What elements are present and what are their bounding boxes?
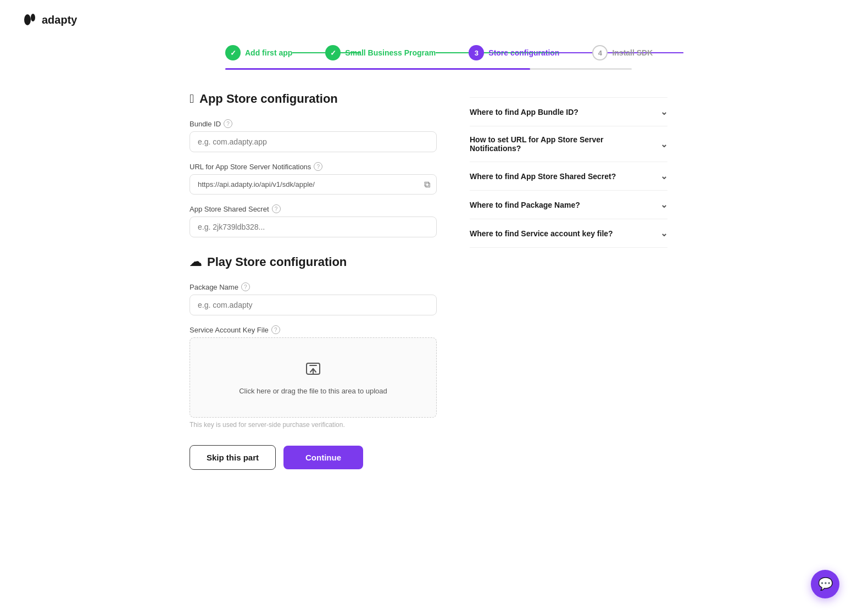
faq-question-2[interactable]: Where to find App Store Shared Secret? ⌄ bbox=[470, 171, 667, 181]
faq-question-1[interactable]: How to set URL for App Store Server Noti… bbox=[470, 135, 667, 153]
faq-question-text-3: Where to find Package Name? bbox=[470, 201, 580, 209]
step-label-3: Store configuration bbox=[488, 48, 559, 57]
package-name-label: Package Name ? bbox=[190, 282, 437, 291]
play-store-section: ☁ Play Store configuration Package Name … bbox=[190, 255, 437, 429]
header: adapty bbox=[0, 0, 857, 40]
bundle-id-help-icon[interactable]: ? bbox=[224, 119, 232, 128]
skip-button[interactable]: Skip this part bbox=[190, 445, 276, 470]
faq-chevron-2: ⌄ bbox=[660, 171, 667, 181]
step-small-business-program[interactable]: ✓ Small Business Program bbox=[292, 45, 436, 60]
url-input-wrapper: ⧉ bbox=[190, 174, 437, 195]
step-install-sdk[interactable]: 4 Install SDK bbox=[559, 45, 653, 60]
faq-question-text-2: Where to find App Store Shared Secret? bbox=[470, 172, 616, 181]
service-account-hint: This key is used for server-side purchas… bbox=[190, 421, 437, 429]
service-account-key-field: Service Account Key File ? Click here or… bbox=[190, 325, 437, 429]
app-store-heading-text: App Store configuration bbox=[199, 92, 338, 106]
bundle-id-label: Bundle ID ? bbox=[190, 119, 437, 128]
stepper: ✓ Add first app ✓ Small Business Program… bbox=[225, 45, 632, 60]
url-notifications-help-icon[interactable]: ? bbox=[314, 162, 322, 171]
step-label-1: Add first app bbox=[245, 48, 292, 57]
file-upload-area[interactable]: Click here or drag the file to this area… bbox=[190, 337, 437, 418]
play-store-heading-text: Play Store configuration bbox=[207, 255, 347, 269]
main-content:  App Store configuration Bundle ID ? UR… bbox=[0, 70, 857, 503]
svg-point-1 bbox=[31, 14, 35, 21]
progress-bar bbox=[225, 68, 632, 70]
faq-question-text-0: Where to find App Bundle ID? bbox=[470, 108, 578, 116]
faq-chevron-3: ⌄ bbox=[660, 199, 667, 210]
step-label-4: Install SDK bbox=[612, 48, 653, 57]
upload-icon bbox=[304, 360, 322, 381]
step-indicator-3: 3 bbox=[469, 45, 484, 60]
app-store-heading:  App Store configuration bbox=[190, 92, 437, 106]
step-indicator-1: ✓ bbox=[225, 45, 241, 60]
faq-question-0[interactable]: Where to find App Bundle ID? ⌄ bbox=[470, 107, 667, 117]
copy-icon[interactable]: ⧉ bbox=[424, 180, 430, 190]
stepper-wrapper: ✓ Add first app ✓ Small Business Program… bbox=[0, 40, 857, 60]
upload-text: Click here or drag the file to this area… bbox=[239, 387, 387, 395]
faq-question-3[interactable]: Where to find Package Name? ⌄ bbox=[470, 199, 667, 210]
faq-question-4[interactable]: Where to find Service account key file? … bbox=[470, 228, 667, 238]
continue-button[interactable]: Continue bbox=[283, 446, 363, 469]
faq-chevron-0: ⌄ bbox=[660, 107, 667, 117]
package-name-input[interactable] bbox=[190, 295, 437, 315]
apple-icon:  bbox=[190, 92, 194, 106]
url-notifications-input[interactable] bbox=[190, 174, 437, 195]
logo[interactable]: adapty bbox=[22, 12, 77, 27]
shared-secret-label: App Store Shared Secret ? bbox=[190, 204, 437, 213]
package-name-field: Package Name ? bbox=[190, 282, 437, 315]
url-notifications-label: URL for App Store Server Notifications ? bbox=[190, 162, 437, 171]
faq-item-2[interactable]: Where to find App Store Shared Secret? ⌄ bbox=[470, 162, 667, 191]
chat-bubble[interactable]: 💬 bbox=[811, 570, 839, 598]
faq-chevron-4: ⌄ bbox=[660, 228, 667, 238]
step-add-first-app[interactable]: ✓ Add first app bbox=[225, 45, 292, 60]
app-store-section:  App Store configuration Bundle ID ? UR… bbox=[190, 92, 437, 237]
logo-icon bbox=[22, 12, 37, 27]
faq-question-text-4: Where to find Service account key file? bbox=[470, 229, 613, 238]
faq-question-text-1: How to set URL for App Store Server Noti… bbox=[470, 135, 655, 153]
step-store-configuration[interactable]: 3 Store configuration bbox=[436, 45, 559, 60]
step-indicator-2: ✓ bbox=[325, 45, 341, 60]
bundle-id-input[interactable] bbox=[190, 131, 437, 152]
faq-item-1[interactable]: How to set URL for App Store Server Noti… bbox=[470, 126, 667, 162]
faq-chevron-1: ⌄ bbox=[660, 139, 667, 149]
package-name-help-icon[interactable]: ? bbox=[241, 282, 250, 291]
chat-bubble-icon: 💬 bbox=[818, 577, 833, 591]
url-notifications-field: URL for App Store Server Notifications ?… bbox=[190, 162, 437, 195]
play-store-heading: ☁ Play Store configuration bbox=[190, 255, 437, 269]
faq-item-4[interactable]: Where to find Service account key file? … bbox=[470, 219, 667, 248]
faq-item-3[interactable]: Where to find Package Name? ⌄ bbox=[470, 191, 667, 219]
left-panel:  App Store configuration Bundle ID ? UR… bbox=[190, 92, 437, 470]
service-account-key-label: Service Account Key File ? bbox=[190, 325, 437, 334]
bundle-id-field: Bundle ID ? bbox=[190, 119, 437, 152]
faq-item-0[interactable]: Where to find App Bundle ID? ⌄ bbox=[470, 97, 667, 126]
right-panel: Where to find App Bundle ID? ⌄ How to se… bbox=[470, 92, 667, 470]
step-label-2: Small Business Program bbox=[345, 48, 436, 57]
svg-point-0 bbox=[24, 14, 31, 25]
shared-secret-help-icon[interactable]: ? bbox=[272, 204, 281, 213]
shared-secret-input[interactable] bbox=[190, 217, 437, 237]
android-icon: ☁ bbox=[190, 255, 202, 269]
logo-text: adapty bbox=[42, 14, 77, 26]
service-account-key-help-icon[interactable]: ? bbox=[271, 325, 280, 334]
button-row: Skip this part Continue bbox=[190, 445, 437, 470]
step-indicator-4: 4 bbox=[592, 45, 608, 60]
progress-bar-fill bbox=[225, 68, 530, 70]
shared-secret-field: App Store Shared Secret ? bbox=[190, 204, 437, 237]
